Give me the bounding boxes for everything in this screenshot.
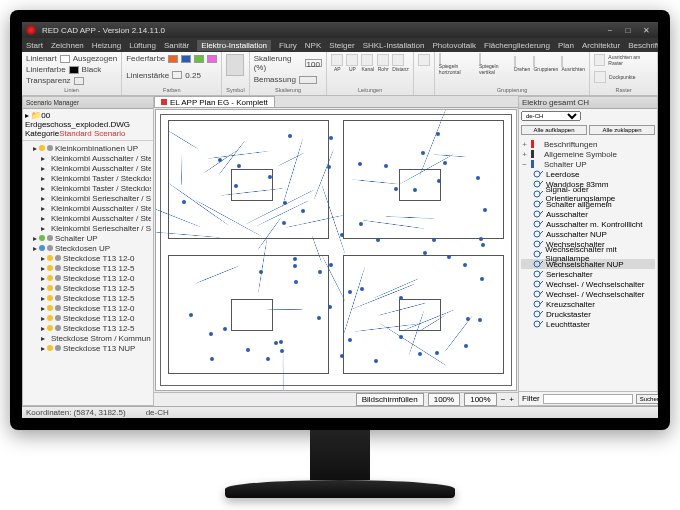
tree-node[interactable]: ▸Steckdose T13 12-5	[25, 293, 151, 303]
scale-input[interactable]: 100	[305, 59, 322, 67]
tree-node[interactable]: ▸Kleinkombi Serieschalter / St	[25, 193, 151, 203]
menu-item[interactable]: Photovoltaik	[432, 41, 476, 50]
color-swatch[interactable]	[207, 55, 217, 63]
menu-item[interactable]: Flury	[279, 41, 297, 50]
search-button[interactable]: Suchen	[636, 394, 658, 404]
document-tab[interactable]: EL APP Plan EG - Komplett	[154, 96, 275, 107]
menu-item[interactable]: Elektro-Installation	[197, 40, 271, 51]
symbol-button[interactable]	[226, 54, 244, 76]
snap-grid-icon[interactable]	[594, 54, 605, 66]
tree-node[interactable]: ▸Schalter UP	[25, 233, 151, 243]
category-select[interactable]: Standard Scenario	[59, 129, 125, 138]
window-title: RED CAD APP - Version 2.14.11.0	[42, 26, 165, 35]
svg-line-29	[540, 311, 543, 314]
zoom-level-2[interactable]: 100%	[464, 393, 496, 406]
drawing-canvas[interactable]	[155, 109, 517, 391]
expand-all-button[interactable]: Alle aufklappen	[521, 125, 587, 135]
symbol-item[interactable]: Leuchttaster	[521, 319, 655, 329]
maximize-button[interactable]: □	[620, 25, 636, 35]
symbol-item[interactable]: Wechsel- / Wechselschalter	[521, 279, 655, 289]
status-language: de-CH	[146, 408, 169, 417]
tree-node[interactable]: ▸Steckdose T13 12-5	[25, 283, 151, 293]
symbol-list[interactable]: +Beschriftungen+Allgemeine Symbole−Schal…	[519, 137, 657, 391]
transparency-select[interactable]	[74, 77, 84, 85]
menu-item[interactable]: Heizung	[92, 41, 121, 50]
zoom-level-1[interactable]: 100%	[428, 393, 460, 406]
svg-point-26	[534, 301, 540, 307]
symbol-category[interactable]: +Beschriftungen	[521, 139, 655, 149]
conduit-icon[interactable]	[346, 54, 358, 66]
tree-node[interactable]: ▸Steckdose T13 12-0	[25, 313, 151, 323]
menu-item[interactable]: Start	[26, 41, 43, 50]
tree-node[interactable]: ▸Kleinkombi Ausschalter / Stec	[25, 213, 151, 223]
symbol-item[interactable]: Druckstaster	[521, 309, 655, 319]
symbol-item[interactable]: Ausschalter NUP	[521, 229, 655, 239]
file-node[interactable]: 00 Erdgeschoss_exploded.DWG	[25, 111, 130, 129]
menu-bar: StartZeichnenHeizungLüftungSanitärElektr…	[22, 38, 658, 52]
menu-item[interactable]: Beschriften	[628, 41, 658, 50]
conduit-icon[interactable]	[361, 54, 373, 66]
menu-item[interactable]: NPK	[305, 41, 321, 50]
tree-node[interactable]: ▸Steckdose Strom / Kommunik	[25, 333, 151, 343]
collapse-all-button[interactable]: Alle zuklappen	[589, 125, 655, 135]
tree-node[interactable]: ▸Steckdosen UP	[25, 243, 151, 253]
menu-item[interactable]: Lüftung	[129, 41, 156, 50]
ribbon-group-dimension	[414, 52, 435, 95]
line-type-select[interactable]	[60, 55, 70, 63]
line-color-label: Linienfarbe	[26, 65, 66, 74]
ribbon-group-symbol: Symbol	[222, 52, 249, 95]
tree-node[interactable]: ▸Kleinkombi Ausschalter / Stec	[25, 203, 151, 213]
minimize-button[interactable]: −	[602, 25, 618, 35]
menu-item[interactable]: Flächengliederung	[484, 41, 550, 50]
symbol-item[interactable]: Leerdose	[521, 169, 655, 179]
menu-item[interactable]: Architektur	[582, 41, 620, 50]
conduit-icon[interactable]	[392, 54, 404, 66]
svg-line-15	[540, 241, 543, 244]
color-swatch[interactable]	[168, 55, 178, 63]
library-lang-select[interactable]: de-CH	[521, 111, 581, 121]
color-swatch[interactable]	[194, 55, 204, 63]
tree-node[interactable]: ▸Steckdose T13 12-0	[25, 303, 151, 313]
svg-line-11	[540, 221, 543, 224]
zoom-minus-button[interactable]: −	[501, 395, 506, 404]
menu-item[interactable]: Steiger	[329, 41, 354, 50]
tree-node[interactable]: ▸Steckdose T13 12-5	[25, 323, 151, 333]
tree-node[interactable]: ▸Steckdose T13 12-0	[25, 273, 151, 283]
filter-input[interactable]	[543, 394, 633, 404]
tree-node[interactable]: ▸Kleinkombi Taster / Steckdos	[25, 173, 151, 183]
symbol-item[interactable]: Serieschalter	[521, 269, 655, 279]
tree-node[interactable]: ▸Kleinkombinationen UP	[25, 143, 151, 153]
line-color-select[interactable]	[69, 66, 79, 74]
dimension-input[interactable]	[299, 76, 317, 84]
menu-item[interactable]: SHKL-Installation	[363, 41, 425, 50]
tree-node[interactable]: ▸Kleinkombi Ausschalter / Stec	[25, 153, 151, 163]
symbol-item[interactable]: Wechsel- / Wechselschalter	[521, 289, 655, 299]
menu-item[interactable]: Plan	[558, 41, 574, 50]
symbol-item[interactable]: Ausschalter	[521, 209, 655, 219]
symbol-item[interactable]: Kreuzschalter	[521, 299, 655, 309]
tree-node[interactable]: ▸Steckdose T13 12-5	[25, 263, 151, 273]
conduit-icon[interactable]	[331, 54, 343, 66]
tree-node[interactable]: ▸Kleinkombi Serieschalter / St	[25, 223, 151, 233]
tree-node[interactable]: ▸Steckdose T13 12-0	[25, 253, 151, 263]
dimension-line-icon[interactable]	[418, 54, 430, 66]
menu-item[interactable]: Zeichnen	[51, 41, 84, 50]
symbol-item[interactable]: Ausschalter m. Kontrolllicht	[521, 219, 655, 229]
canvas-footer: Bildschirmfüllen 100% 100% − +	[154, 392, 518, 406]
tree-node[interactable]: ▸Kleinkombi Taster / Steckdos	[25, 183, 151, 193]
symbol-category[interactable]: +Allgemeine Symbole	[521, 149, 655, 159]
scenario-tree[interactable]: ▸Kleinkombinationen UP▸Kleinkombi Aussch…	[23, 141, 153, 405]
fit-screen-button[interactable]: Bildschirmfüllen	[356, 393, 424, 406]
symbol-item[interactable]: Wechselschalter mit Signallampe	[521, 249, 655, 259]
zoom-plus-button[interactable]: +	[509, 395, 514, 404]
conduit-icon[interactable]	[377, 54, 389, 66]
tree-node[interactable]: ▸Steckdose T13 NUP	[25, 343, 151, 353]
color-swatch[interactable]	[181, 55, 191, 63]
tree-node[interactable]: ▸Kleinkombi Ausschalter / Stec	[25, 163, 151, 173]
close-button[interactable]: ✕	[638, 25, 654, 35]
symbol-item[interactable]: Signal- oder Orientierungslampe	[521, 189, 655, 199]
menu-item[interactable]: Sanitär	[164, 41, 189, 50]
symbol-category[interactable]: −Schalter UP	[521, 159, 655, 169]
line-weight-select[interactable]	[172, 71, 182, 79]
dock-points-icon[interactable]	[594, 71, 606, 83]
